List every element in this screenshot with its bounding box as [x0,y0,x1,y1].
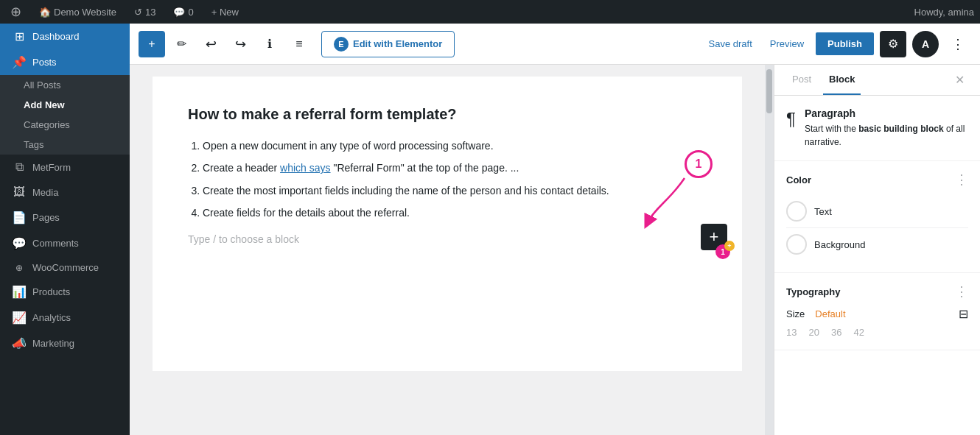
main-layout: ⊞ Dashboard 📌 Posts All Posts Add New Ca… [0,24,980,435]
add-block-icon: + [148,38,155,51]
size-controls[interactable]: ⊟ [959,307,968,321]
preview-button[interactable]: Preview [764,34,810,54]
post-editor[interactable]: How to make a referral form template? Op… [130,65,765,435]
background-color-circle [786,234,807,255]
site-link[interactable]: 🏠 Demo Website [35,0,121,24]
sidebar-item-label: Comments [32,238,79,249]
sidebar-item-marketing[interactable]: 📣 Marketing [0,330,130,356]
home-icon: 🏠 [39,7,51,18]
text-color-circle [786,201,807,222]
sidebar-item-dashboard[interactable]: ⊞ Dashboard [0,24,130,49]
editor-scrollbar[interactable] [765,65,774,435]
size-val-4: 42 [853,327,864,338]
size-slider-icon: ⊟ [959,307,968,321]
edit-with-elementor-button[interactable]: E Edit with Elementor [321,31,455,57]
sidebar-item-woocommerce[interactable]: ⊕ WooCommerce [0,256,130,279]
posts-icon: 📌 [12,55,27,69]
panel-close-button[interactable]: ✕ [951,71,968,89]
sidebar-item-label: Marketing [32,338,74,349]
comments-icon: 💬 [12,236,27,250]
update-count: 13 [145,7,155,18]
add-new-label: Add New [24,99,65,110]
sidebar-item-products[interactable]: 📊 Products [0,279,130,305]
color-more-button[interactable]: ⋮ [955,173,968,186]
size-default-value: Default [815,308,845,319]
pages-icon: 📄 [12,211,27,224]
undo-button[interactable]: ↩ [197,31,224,57]
typography-section: Typography ⋮ Size Default ⊟ 13 2 [774,273,980,350]
block-info-section: ¶ Paragraph Start with the basic buildin… [774,96,980,161]
color-background-option[interactable]: Background [786,228,968,261]
updates-btn[interactable]: ↺ 13 [130,0,160,24]
block-placeholder[interactable]: Type / to choose a block [188,227,707,251]
list-view-button[interactable]: ≡ [286,31,312,57]
info-button[interactable]: ℹ [256,31,283,57]
sidebar-item-label: WooCommerce [32,262,99,273]
list-icon: ≡ [295,38,302,51]
edit-button[interactable]: ✏ [168,31,195,57]
sidebar-item-tags[interactable]: Tags [0,135,130,155]
sidebar-item-media[interactable]: 🖼 Media [0,180,130,205]
sidebar-item-pages[interactable]: 📄 Pages [0,205,130,230]
site-name: Demo Website [54,7,116,18]
admin-bar: ⊕ 🏠 Demo Website ↺ 13 💬 0 + New Howdy, a… [0,0,980,24]
list-item: Open a new document in any type of word … [203,138,707,154]
publish-button[interactable]: Publish [816,32,874,55]
products-icon: 📊 [12,285,27,299]
main-area: + ✏ ↩ ↪ ℹ ≡ E Edit with Elementor [130,24,980,435]
paragraph-icon: ¶ [786,109,796,130]
new-content-btn[interactable]: + New [207,0,243,24]
sidebar-item-categories[interactable]: Categories [0,115,130,135]
panel-body: ¶ Paragraph Start with the basic buildin… [774,96,980,435]
tab-block[interactable]: Block [823,65,861,95]
tags-label: Tags [24,139,43,150]
comments-btn[interactable]: 💬 0 [169,0,197,24]
editor-toolbar: + ✏ ↩ ↪ ℹ ≡ E Edit with Elementor [130,24,980,65]
size-label: Size [786,308,805,319]
add-block-button[interactable]: + [139,31,165,57]
save-draft-button[interactable]: Save draft [703,34,758,54]
redo-button[interactable]: ↪ [227,31,253,57]
toolbar-right: Save draft Preview Publish ⚙ A ⋮ [703,31,971,57]
wp-logo-icon: ⊕ [10,4,21,20]
sidebar-item-metform[interactable]: ⧉ MetForm [0,155,130,180]
info-icon: ℹ [267,37,272,51]
size-val-3: 36 [831,327,841,338]
text-color-label: Text [814,206,832,217]
sidebar-item-comments[interactable]: 💬 Comments [0,230,130,256]
astra-button[interactable]: A [912,31,939,57]
typography-header: Typography ⋮ [786,285,968,298]
typography-more-button[interactable]: ⋮ [955,285,968,298]
color-text-option[interactable]: Text [786,195,968,228]
panel-tabs: Post Block ✕ [774,65,980,96]
paragraph-info: Paragraph Start with the basic building … [805,107,968,149]
sidebar-item-analytics[interactable]: 📈 Analytics [0,305,130,330]
settings-button[interactable]: ⚙ [880,31,906,57]
sidebar-item-all-posts[interactable]: All Posts [0,75,130,95]
size-val-1: 13 [786,327,797,338]
marketing-icon: 📣 [12,336,27,350]
block-title: Paragraph [805,107,968,119]
sidebar-item-label: Posts [32,57,57,68]
sidebar-item-posts[interactable]: 📌 Posts [0,49,130,75]
sidebar-item-label: Pages [32,212,60,223]
background-color-label: Background [814,239,865,250]
sidebar-item-add-new[interactable]: Add New [0,95,130,115]
comment-icon: 💬 [173,7,185,18]
post-list: Open a new document in any type of word … [188,138,707,222]
annotation-badge-1: 1 [715,244,730,259]
more-options-button[interactable]: ⋮ [945,31,971,57]
analytics-icon: 📈 [12,311,27,325]
post-content-area[interactable]: How to make a referral form template? Op… [153,77,742,371]
tab-post[interactable]: Post [786,65,817,95]
list-item: Create the most important fields includi… [203,183,707,199]
which-says-link[interactable]: which says [280,162,330,174]
elementor-icon: E [334,37,349,52]
sidebar-item-label: Dashboard [32,31,80,42]
ellipsis-icon: ⋮ [951,36,965,52]
list-item: Create a header which says "Referral For… [203,160,707,176]
wp-logo-btn[interactable]: ⊕ [6,0,26,24]
post-title: How to make a referral form template? [188,106,707,123]
gear-icon: ⚙ [888,37,898,51]
typography-size-row: Size Default ⊟ [786,307,968,321]
